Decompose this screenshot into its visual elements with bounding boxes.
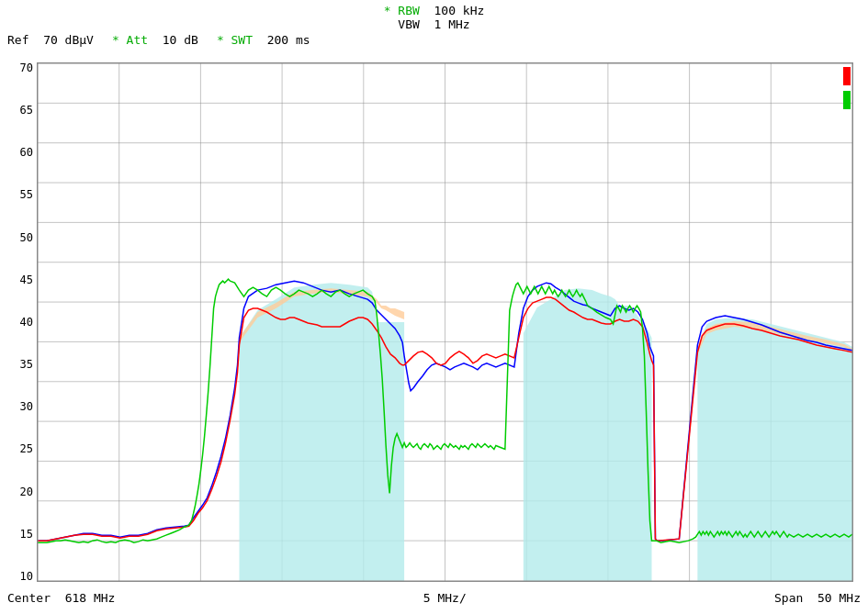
swt-label: * SWT (217, 33, 260, 47)
y-label-40: 40 (20, 317, 33, 328)
center-value: 618 MHz (65, 591, 116, 605)
y-label-20: 20 (20, 486, 33, 497)
legend (843, 67, 851, 109)
plot-area (37, 62, 853, 582)
att-label: * Att (112, 33, 155, 47)
y-label-50: 50 (20, 232, 33, 243)
y-label-25: 25 (20, 443, 33, 454)
span-label: Span 50 MHz (774, 591, 861, 605)
header-top-params: * RBW 100 kHz (0, 0, 868, 17)
y-label-35: 35 (20, 359, 33, 370)
y-label-60: 60 (20, 147, 33, 158)
att-value: 10 dB (163, 33, 198, 47)
rbw-value: 100 kHz (434, 4, 485, 17)
ref-value: 70 dBµV (43, 33, 94, 47)
div-label: 5 MHz/ (423, 591, 467, 605)
y-label-30: 30 (20, 401, 33, 412)
y-label-70: 70 (20, 62, 33, 73)
rbw-param: * RBW 100 kHz (384, 4, 485, 17)
span-text: Span (774, 591, 810, 605)
att-param: * Att 10 dB (112, 33, 198, 47)
legend-red (843, 67, 851, 85)
svg-marker-22 (524, 288, 652, 581)
center-text: Center (7, 591, 58, 605)
spectrum-analyzer-screen: * RBW 100 kHz VBW 1 MHz Ref 70 dBµV * At… (0, 0, 868, 614)
header-bottom-params: Ref 70 dBµV * Att 10 dB * SWT 200 ms (0, 31, 868, 49)
y-label-10: 10 (20, 571, 33, 582)
rbw-label: * RBW (384, 4, 427, 17)
header: * RBW 100 kHz VBW 1 MHz Ref 70 dBµV * At… (0, 0, 868, 62)
legend-green (843, 91, 851, 109)
y-label-45: 45 (20, 274, 33, 285)
vbw-value: 1 MHz (434, 17, 470, 31)
svg-marker-21 (240, 283, 405, 581)
vbw-label: VBW (398, 17, 426, 31)
svg-marker-23 (697, 318, 852, 581)
y-axis: 70 65 60 55 50 45 40 35 30 25 20 15 10 (0, 62, 37, 582)
swt-param: * SWT 200 ms (217, 33, 310, 47)
chart-area: 70 65 60 55 50 45 40 35 30 25 20 15 10 (0, 62, 868, 582)
ref-param: Ref 70 dBµV (7, 33, 94, 47)
y-label-55: 55 (20, 189, 33, 200)
vbw-param: VBW 1 MHz (398, 17, 469, 31)
spectrum-svg (38, 63, 852, 581)
swt-value: 200 ms (267, 33, 310, 47)
span-value: 50 MHz (817, 591, 861, 605)
ref-label: Ref (7, 33, 36, 47)
y-label-15: 15 (20, 529, 33, 540)
y-label-65: 65 (20, 105, 33, 116)
center-label: Center 618 MHz (7, 591, 115, 605)
footer: Center 618 MHz 5 MHz/ Span 50 MHz (0, 582, 868, 614)
